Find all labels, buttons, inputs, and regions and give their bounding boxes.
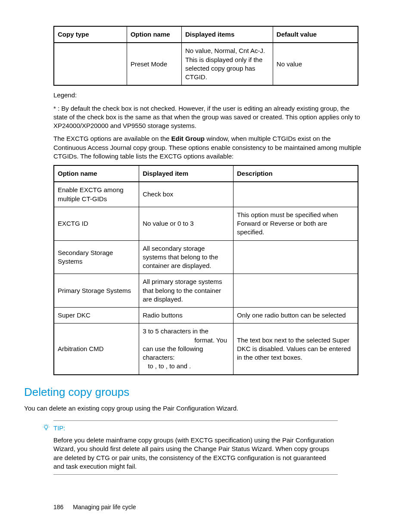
table-row: Super DKC Radio buttons Only one radio b…	[54, 308, 358, 324]
t1-h1: Copy type	[54, 26, 127, 43]
page-number: 186	[53, 504, 63, 510]
t2-h2: Displayed item	[139, 165, 234, 182]
t2-r1-displayed: No value or 0 to 3	[139, 207, 234, 240]
t2-r0-desc	[234, 182, 358, 207]
table-row: EXCTG ID No value or 0 to 3 This option …	[54, 207, 358, 240]
t2-r4-option: Super DKC	[54, 308, 139, 324]
svg-line-4	[44, 425, 44, 425]
t1-default-value: No value	[273, 43, 358, 85]
t2-r1-option: EXCTG ID	[54, 207, 139, 240]
t2-r2-displayed: All secondary storage systems that belon…	[139, 240, 234, 274]
intro-bold: Edit Group	[171, 135, 205, 142]
svg-point-0	[44, 425, 48, 429]
table-row: Secondary Storage Systems All secondary …	[54, 240, 358, 274]
t2-r5-disp-line3: can use the following characters:	[143, 345, 230, 362]
t2-r3-desc	[234, 274, 358, 308]
t2-h3: Description	[234, 165, 358, 182]
section-heading-deleting-copy-groups: Deleting copy groups	[24, 385, 362, 400]
t2-r5-displayed: 3 to 5 characters in the format. You can…	[139, 324, 234, 375]
t1-h2: Option name	[127, 26, 181, 43]
tip-bottom-rule	[53, 474, 338, 475]
t2-r2-desc	[234, 240, 358, 274]
tip-body-text: Before you delete mainframe copy groups …	[53, 436, 338, 471]
table-row: Primary Storage Systems All primary stor…	[54, 274, 358, 308]
table-copy-options-continued: Copy type Option name Displayed items De…	[53, 26, 358, 86]
t2-r0-option: Enable EXCTG among multiple CT-GIDs	[54, 182, 139, 207]
tip-label: TIP:	[53, 424, 65, 432]
svg-line-5	[48, 425, 48, 425]
table-exctg-options: Option name Displayed item Description E…	[53, 165, 358, 375]
t2-r1-desc: This option must be specified when Forwa…	[234, 207, 358, 240]
t1-h3: Displayed items	[182, 26, 273, 43]
exctg-intro: The EXCTG options are available on the E…	[53, 134, 362, 161]
t1-h4: Default value	[273, 26, 358, 43]
t2-r5-desc: The text box next to the selected Super …	[234, 324, 358, 375]
tip-heading: TIP:	[42, 423, 338, 433]
table-row: Preset Mode No value, Normal, Cnt Ac-J. …	[54, 43, 358, 85]
lightbulb-icon	[42, 423, 50, 433]
t2-r3-displayed: All primary storage systems that belong …	[139, 274, 234, 308]
t1-copy-type	[54, 43, 127, 85]
tip-top-rule	[53, 420, 338, 421]
t2-r2-option: Secondary Storage Systems	[54, 240, 139, 274]
t2-r5-disp-line2: format. You	[143, 336, 230, 345]
tip-block: TIP: Before you delete mainframe copy gr…	[53, 420, 338, 475]
t1-option-name: Preset Mode	[127, 43, 181, 85]
t1-displayed-items: No value, Normal, Cnt Ac-J. This is disp…	[182, 43, 273, 85]
t2-h1: Option name	[54, 165, 139, 182]
t2-r5-disp-line1: 3 to 5 characters in the	[143, 327, 230, 336]
legend-label: Legend:	[53, 91, 362, 100]
t2-r5-option: Arbitration CMD	[54, 324, 139, 375]
t2-r4-displayed: Radio buttons	[139, 308, 234, 324]
intro-part-a: The EXCTG options are available on the	[53, 135, 171, 142]
legend-text: * : By default the check box is not chec…	[53, 104, 362, 131]
table-row: Enable EXCTG among multiple CT-GIDs Chec…	[54, 182, 358, 207]
t2-r4-desc: Only one radio button can be selected	[234, 308, 358, 324]
chapter-title: Managing pair life cycle	[73, 504, 136, 510]
section-intro: You can delete an existing copy group us…	[24, 404, 362, 413]
t2-r0-displayed: Check box	[139, 182, 234, 207]
t2-r5-disp-line4: to , to , to and .	[143, 362, 230, 370]
page-footer: 186 Managing pair life cycle	[53, 503, 136, 511]
table-row: Arbitration CMD 3 to 5 characters in the…	[54, 324, 358, 375]
t2-r3-option: Primary Storage Systems	[54, 274, 139, 308]
